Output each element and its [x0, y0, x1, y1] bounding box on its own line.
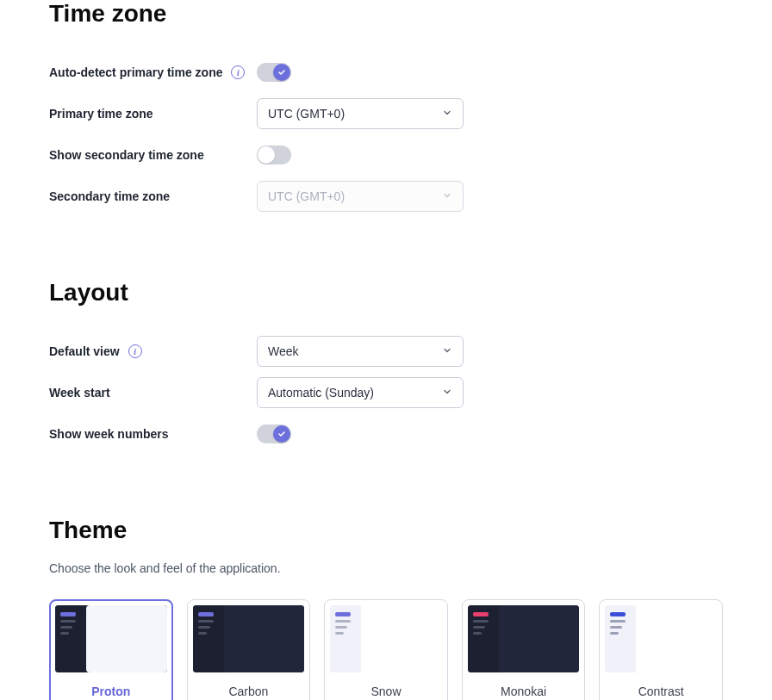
row-show-secondary: Show secondary time zone	[49, 134, 723, 176]
theme-card-monokai[interactable]: Monokai	[462, 599, 586, 700]
info-icon[interactable]: i	[128, 344, 142, 358]
theme-card-proton[interactable]: Proton	[49, 599, 173, 700]
label-default-view: Default view i	[49, 344, 257, 358]
theme-thumb	[468, 605, 580, 672]
theme-thumb	[193, 605, 305, 672]
theme-name: Proton	[91, 685, 130, 698]
theme-thumb	[330, 605, 442, 672]
select-value: Automatic (Sunday)	[268, 386, 374, 400]
theme-card-carbon[interactable]: Carbon	[187, 599, 311, 700]
section-theme: Theme Choose the look and feel of the ap…	[0, 517, 772, 700]
label-secondary-tz: Secondary time zone	[49, 189, 257, 203]
label-auto-detect: Auto-detect primary time zone i	[49, 65, 257, 79]
toggle-show-secondary[interactable]	[257, 146, 291, 164]
toggle-auto-detect[interactable]	[257, 63, 291, 82]
label-secondary-tz-text: Secondary time zone	[49, 189, 170, 203]
section-timezone: Time zone Auto-detect primary time zone …	[0, 0, 772, 217]
label-week-numbers-text: Show week numbers	[49, 427, 168, 441]
label-primary-tz: Primary time zone	[49, 107, 257, 121]
row-primary-tz: Primary time zone UTC (GMT+0)	[49, 93, 723, 134]
label-show-secondary-text: Show secondary time zone	[49, 148, 204, 162]
theme-description: Choose the look and feel of the applicat…	[49, 561, 723, 575]
label-week-start-text: Week start	[49, 386, 110, 400]
select-secondary-tz: UTC (GMT+0)	[257, 181, 464, 212]
row-week-start: Week start Automatic (Sunday)	[49, 372, 723, 413]
row-auto-detect: Auto-detect primary time zone i	[49, 52, 723, 93]
section-title-layout: Layout	[49, 279, 723, 307]
label-primary-tz-text: Primary time zone	[49, 107, 153, 121]
row-secondary-tz: Secondary time zone UTC (GMT+0)	[49, 176, 723, 217]
theme-name: Snow	[370, 685, 401, 698]
section-title-theme: Theme	[49, 517, 723, 544]
row-default-view: Default view i Week	[49, 331, 723, 372]
checkmark-icon	[277, 68, 286, 77]
theme-name: Carbon	[228, 685, 268, 698]
theme-name: Contrast	[638, 685, 684, 698]
section-layout: Layout Default view i Week Week start Au…	[0, 279, 772, 455]
theme-card-snow[interactable]: Snow	[324, 599, 448, 700]
chevron-down-icon	[442, 107, 452, 121]
toggle-week-numbers[interactable]	[257, 424, 291, 443]
label-week-numbers: Show week numbers	[49, 427, 257, 441]
label-default-view-text: Default view	[49, 344, 120, 358]
checkmark-icon	[277, 430, 286, 438]
chevron-down-icon	[442, 386, 452, 400]
theme-name: Monokai	[501, 685, 546, 698]
section-title-timezone: Time zone	[49, 0, 723, 28]
chevron-down-icon	[442, 189, 452, 203]
select-value: UTC (GMT+0)	[268, 189, 345, 203]
select-default-view[interactable]: Week	[257, 336, 464, 367]
theme-thumb	[55, 605, 167, 672]
theme-card-contrast[interactable]: Contrast	[599, 599, 723, 700]
theme-options: Proton Carbon Snow Monokai	[49, 599, 723, 700]
select-value: Week	[268, 344, 299, 358]
label-week-start: Week start	[49, 386, 257, 400]
row-week-numbers: Show week numbers	[49, 413, 723, 455]
select-value: UTC (GMT+0)	[268, 107, 345, 121]
label-auto-detect-text: Auto-detect primary time zone	[49, 65, 222, 79]
info-icon[interactable]: i	[231, 65, 245, 79]
theme-thumb	[605, 605, 717, 672]
select-week-start[interactable]: Automatic (Sunday)	[257, 377, 464, 408]
label-show-secondary: Show secondary time zone	[49, 148, 257, 162]
select-primary-tz[interactable]: UTC (GMT+0)	[257, 98, 464, 129]
chevron-down-icon	[442, 344, 452, 358]
